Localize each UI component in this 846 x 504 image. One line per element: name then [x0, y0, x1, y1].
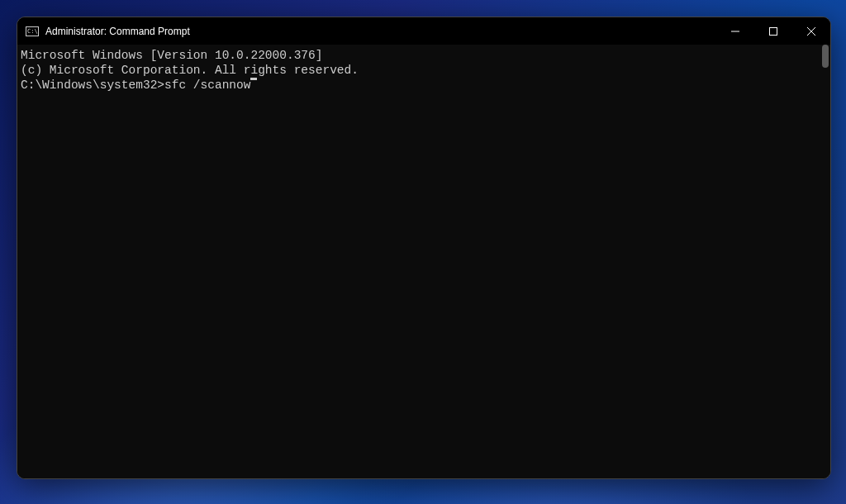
- close-button[interactable]: [792, 17, 830, 45]
- terminal-line: (c) Microsoft Corporation. All rights re…: [21, 63, 827, 78]
- cursor: [250, 78, 257, 80]
- terminal-line: Microsoft Windows [Version 10.0.22000.37…: [21, 48, 827, 63]
- window-controls: [716, 17, 830, 45]
- prompt-line: C:\Windows\system32>sfc /scannow: [21, 78, 827, 93]
- terminal-output[interactable]: Microsoft Windows [Version 10.0.22000.37…: [17, 45, 830, 478]
- cmd-icon: C:\: [26, 25, 39, 38]
- vertical-scrollbar[interactable]: [822, 45, 829, 68]
- maximize-button[interactable]: [754, 17, 792, 45]
- command-prompt-window: C:\ Administrator: Command Prompt Micros…: [17, 17, 831, 479]
- command-input[interactable]: sfc /scannow: [164, 78, 250, 93]
- window-title: Administrator: Command Prompt: [45, 26, 716, 37]
- titlebar[interactable]: C:\ Administrator: Command Prompt: [17, 17, 830, 45]
- svg-text:C:\: C:\: [27, 28, 38, 35]
- svg-rect-3: [770, 27, 777, 35]
- prompt: C:\Windows\system32>: [21, 78, 164, 93]
- minimize-button[interactable]: [716, 17, 754, 45]
